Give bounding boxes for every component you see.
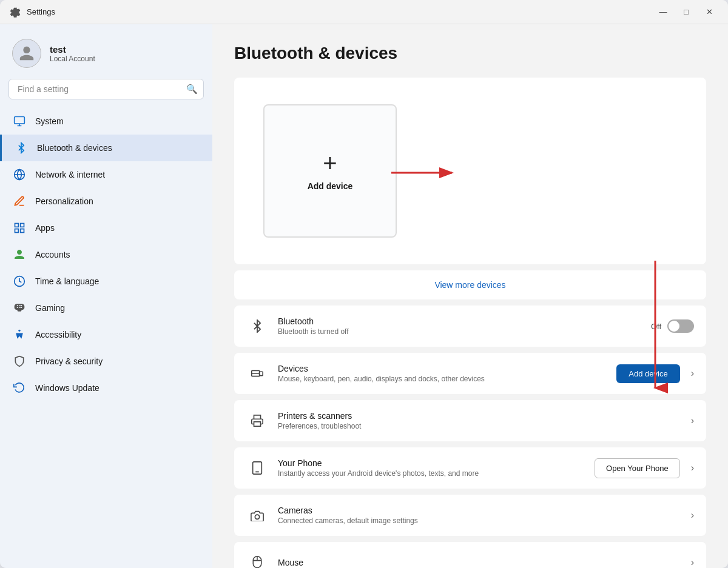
sidebar-item-gaming-label: Gaming <box>35 303 65 313</box>
bluetooth-toggle[interactable] <box>667 319 694 333</box>
avatar <box>12 39 41 68</box>
sidebar-item-accessibility[interactable]: Accessibility <box>0 321 212 348</box>
cameras-icon <box>246 504 268 526</box>
printers-setting-row[interactable]: Printers & scanners Preferences, trouble… <box>234 400 706 441</box>
user-profile: test Local Account <box>0 24 212 79</box>
sidebar-item-bluetooth[interactable]: Bluetooth & devices <box>0 135 212 161</box>
your-phone-name: Your Phone <box>278 458 595 468</box>
open-your-phone-button[interactable]: Open Your Phone <box>595 458 680 478</box>
titlebar-controls: — □ ✕ <box>654 5 718 19</box>
cameras-chevron-icon: › <box>691 510 694 521</box>
sidebar-item-accessibility-label: Accessibility <box>35 330 81 339</box>
svg-rect-14 <box>260 372 263 375</box>
bluetooth-row-icon <box>246 315 268 337</box>
accessibility-icon <box>12 327 27 342</box>
time-icon <box>12 274 27 289</box>
devices-setting-row: Devices Mouse, keyboard, pen, audio, dis… <box>234 353 706 394</box>
svg-rect-7 <box>15 229 19 233</box>
svg-rect-6 <box>21 224 24 227</box>
sidebar-item-gaming[interactable]: Gaming <box>0 295 212 321</box>
add-device-card: + Add device <box>234 78 706 264</box>
devices-desc: Mouse, keyboard, pen, audio, displays an… <box>278 375 616 383</box>
sidebar-item-system-label: System <box>35 116 64 126</box>
view-more-card[interactable]: View more devices <box>234 270 706 299</box>
sidebar-item-apps[interactable]: Apps <box>0 215 212 241</box>
cameras-setting-row[interactable]: Cameras Connected cameras, default image… <box>234 495 706 536</box>
add-device-box[interactable]: + Add device <box>263 104 397 238</box>
content-area: test Local Account 🔍 System <box>0 24 728 568</box>
mouse-setting-row[interactable]: Mouse › <box>234 542 706 568</box>
username: test <box>50 44 95 55</box>
svg-rect-5 <box>15 224 19 227</box>
search-input[interactable] <box>8 79 204 99</box>
svg-rect-15 <box>254 422 261 426</box>
sidebar-item-privacy-label: Privacy & security <box>35 356 103 366</box>
maximize-button[interactable]: □ <box>677 5 695 19</box>
sidebar-item-network[interactable]: Network & internet <box>0 161 212 188</box>
devices-icon <box>246 363 268 384</box>
bluetooth-setting-row: Bluetooth Bluetooth is turned off Off <box>234 306 706 347</box>
update-icon <box>12 381 27 395</box>
sidebar-item-personalization[interactable]: Personalization <box>0 188 212 215</box>
view-more-label: View more devices <box>434 280 505 290</box>
printers-chevron-icon: › <box>691 415 694 426</box>
mouse-icon <box>246 552 268 568</box>
bluetooth-name: Bluetooth <box>278 316 651 326</box>
page-title: Bluetooth & devices <box>234 44 706 63</box>
svg-point-10 <box>18 330 20 332</box>
settings-icon <box>10 7 21 18</box>
search-container: 🔍 <box>8 79 204 99</box>
your-phone-text: Your Phone Instantly access your Android… <box>278 458 595 478</box>
printers-action: › <box>686 415 694 426</box>
printers-text: Printers & scanners Preferences, trouble… <box>278 411 686 430</box>
devices-chevron-icon: › <box>691 368 694 379</box>
devices-add-button[interactable]: Add device <box>616 364 679 383</box>
your-phone-row-card: Your Phone Instantly access your Android… <box>234 447 706 489</box>
bluetooth-icon <box>14 141 29 155</box>
settings-window: Settings — □ ✕ test Local Account <box>0 0 728 568</box>
close-button[interactable]: ✕ <box>700 5 718 19</box>
printers-name: Printers & scanners <box>278 411 686 421</box>
bluetooth-text: Bluetooth Bluetooth is turned off <box>278 316 651 336</box>
sidebar-item-apps-label: Apps <box>35 223 55 233</box>
titlebar-title: Settings <box>27 7 55 16</box>
main-content: Bluetooth & devices + Add device View mo… <box>212 24 728 568</box>
personalization-icon <box>12 194 27 209</box>
sidebar-item-time[interactable]: Time & language <box>0 268 212 295</box>
devices-name: Devices <box>278 364 616 373</box>
minimize-button[interactable]: — <box>654 5 672 19</box>
accounts-icon <box>12 247 27 262</box>
mouse-name: Mouse <box>278 558 686 567</box>
sidebar-item-personalization-label: Personalization <box>35 196 93 206</box>
sidebar-item-update-label: Windows Update <box>35 383 99 393</box>
printers-desc: Preferences, troubleshoot <box>278 422 686 430</box>
svg-rect-8 <box>21 229 24 233</box>
search-icon: 🔍 <box>186 84 198 95</box>
gaming-icon <box>12 301 27 315</box>
sidebar-item-network-label: Network & internet <box>35 170 105 179</box>
apps-icon <box>12 221 27 235</box>
sidebar-item-privacy[interactable]: Privacy & security <box>0 348 212 375</box>
sidebar-item-accounts[interactable]: Accounts <box>0 241 212 268</box>
user-avatar-icon <box>18 45 35 62</box>
titlebar: Settings — □ ✕ <box>0 0 728 24</box>
bluetooth-toggle-label: Off <box>651 322 661 331</box>
your-phone-desc: Instantly access your Android device's p… <box>278 469 595 478</box>
toggle-knob <box>669 321 679 332</box>
sidebar-item-update[interactable]: Windows Update <box>0 375 212 401</box>
privacy-icon <box>12 354 27 369</box>
your-phone-setting-row: Your Phone Instantly access your Android… <box>234 447 706 489</box>
sidebar-item-accounts-label: Accounts <box>35 250 70 259</box>
your-phone-action: Open Your Phone › <box>595 458 694 478</box>
printers-icon <box>246 410 268 432</box>
cameras-desc: Connected cameras, default image setting… <box>278 516 686 525</box>
devices-text: Devices Mouse, keyboard, pen, audio, dis… <box>278 364 616 383</box>
mouse-text: Mouse <box>278 558 686 567</box>
svg-point-18 <box>255 515 259 519</box>
mouse-chevron-icon: › <box>691 557 694 568</box>
cameras-text: Cameras Connected cameras, default image… <box>278 506 686 525</box>
sidebar: test Local Account 🔍 System <box>0 24 212 568</box>
devices-row-card: Devices Mouse, keyboard, pen, audio, dis… <box>234 353 706 394</box>
sidebar-item-system[interactable]: System <box>0 108 212 135</box>
your-phone-icon <box>246 457 268 479</box>
